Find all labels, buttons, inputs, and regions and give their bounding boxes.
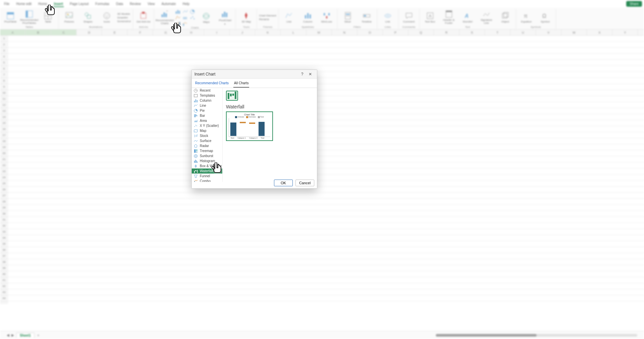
row-header-31[interactable]: 31 [0, 217, 8, 223]
pictures-button[interactable]: Pictures [61, 12, 78, 23]
row-header-15[interactable]: 15 [0, 120, 8, 126]
recommended-pivottables-button[interactable]: Recommended PivotTables [21, 10, 38, 25]
pivotchart-button[interactable]: PivotChart ▾ [217, 10, 233, 25]
chart-type-recent[interactable]: Recent [192, 88, 222, 93]
column-header-Z[interactable]: Z [638, 30, 644, 35]
row-header-44[interactable]: 44 [0, 295, 8, 301]
row-header-33[interactable]: 33 [0, 229, 8, 235]
column-header-R[interactable]: R [434, 30, 459, 35]
row-header-24[interactable]: 24 [0, 175, 8, 181]
shapes-button[interactable]: Shapes [80, 12, 96, 23]
dialog-title-bar[interactable]: Insert Chart ? ✕ [192, 70, 317, 79]
chart-type-sunburst[interactable]: Sunburst [192, 153, 222, 158]
row-header-14[interactable]: 14 [0, 114, 8, 120]
row-header-2[interactable]: 2 [0, 42, 8, 48]
column-header-B[interactable]: B [26, 30, 51, 35]
column-header-V[interactable]: V [536, 30, 561, 35]
tab-data[interactable]: Data [115, 1, 124, 7]
chart-type-x-y-scatter-[interactable]: X Y (Scatter) [192, 123, 222, 128]
row-header-6[interactable]: 6 [0, 66, 8, 72]
row-header-4[interactable]: 4 [0, 54, 8, 60]
row-header-10[interactable]: 10 [0, 90, 8, 96]
chart-subtype-waterfall[interactable] [226, 91, 238, 101]
row-header-21[interactable]: 21 [0, 156, 8, 162]
chart-type-column[interactable]: Column [192, 98, 222, 103]
row-header-38[interactable]: 38 [0, 259, 8, 265]
tab-home-edit[interactable]: Home edit [15, 1, 32, 7]
column-header-Y[interactable]: Y [612, 30, 638, 35]
chart-type-bar[interactable]: Bar [192, 113, 222, 118]
row-header-26[interactable]: 26 [0, 187, 8, 193]
sheet-nav-prev-icon[interactable]: ◀ [7, 333, 9, 337]
signature-line-button[interactable]: Signature Line [478, 10, 495, 25]
row-header-42[interactable]: 42 [0, 283, 8, 289]
column-header-Q[interactable]: Q [408, 30, 434, 35]
screenshot-button[interactable]: Screenshot [117, 20, 131, 23]
scrollbar-thumb[interactable] [436, 334, 537, 337]
pivottable-button[interactable]: PivotTable [2, 12, 19, 23]
row-header-41[interactable]: 41 [0, 277, 8, 283]
sparkline-winloss-button[interactable]: Win/Loss [318, 12, 335, 23]
row-header-39[interactable]: 39 [0, 265, 8, 271]
area-chart-dropdown[interactable] [182, 15, 188, 20]
row-header-16[interactable]: 16 [0, 126, 8, 132]
maps-button[interactable]: Maps [198, 12, 215, 24]
column-headers[interactable]: ABCDEFGHIJKLMNOPQRSTUVWXYZAAABACADAEAFAG… [0, 30, 644, 36]
row-header-3[interactable]: 3 [0, 48, 8, 54]
column-header-X[interactable]: X [587, 30, 612, 35]
link-button[interactable]: Link [379, 12, 396, 23]
row-header-27[interactable]: 27 [0, 193, 8, 199]
sparkline-column-button[interactable]: Column [300, 12, 316, 23]
column-header-I[interactable]: I [204, 30, 230, 35]
tab-review[interactable]: Review [129, 1, 142, 7]
row-header-30[interactable]: 30 [0, 211, 8, 217]
row-header-9[interactable]: 9 [0, 84, 8, 90]
row-header-8[interactable]: 8 [0, 78, 8, 84]
equation-button[interactable]: π Equation [518, 12, 535, 23]
column-chart-dropdown[interactable] [175, 9, 181, 14]
row-header-20[interactable]: 20 [0, 150, 8, 156]
row-headers[interactable]: 1234567891011121314151617181920212223242… [0, 36, 8, 304]
chart-preview-thumbnail[interactable]: Chart Title Increase Decrease Total Star… [226, 111, 273, 141]
row-header-25[interactable]: 25 [0, 181, 8, 187]
add-sheet-icon[interactable]: ＋ [37, 333, 40, 338]
spreadsheet-grid[interactable]: 1234567891011121314151617181920212223242… [0, 36, 644, 304]
tab-formulas[interactable]: Formulas [95, 1, 110, 7]
scatter-chart-dropdown[interactable] [190, 15, 196, 20]
column-header-A[interactable]: A [0, 30, 26, 35]
text-box-button[interactable]: A Text Box [422, 12, 439, 23]
dialog-help-button[interactable]: ? [298, 71, 306, 78]
column-header-L[interactable]: L [281, 30, 306, 35]
chart-type-line[interactable]: Line [192, 103, 222, 108]
ok-button[interactable]: OK [274, 180, 293, 186]
share-button[interactable]: Share [626, 1, 642, 7]
tab-page-layout[interactable]: Page Layout [69, 1, 89, 7]
tab-help[interactable]: Help [182, 1, 190, 7]
object-button[interactable]: Object [497, 12, 514, 23]
sheet-nav-next-icon[interactable]: ▶ [11, 333, 14, 337]
column-header-W[interactable]: W [561, 30, 587, 35]
slicer-button[interactable]: Slicer [339, 12, 356, 23]
column-header-K[interactable]: K [255, 30, 281, 35]
bar-chart-dropdown[interactable] [175, 15, 181, 20]
row-header-28[interactable]: 28 [0, 199, 8, 205]
chart-element-button[interactable]: Chart Element [259, 14, 276, 17]
chart-type-radar[interactable]: Radar [192, 143, 222, 148]
sparkline-line-button[interactable]: Line [281, 12, 297, 23]
3d-map-button[interactable]: 3D Map [238, 12, 255, 23]
chart-type-combo[interactable]: Combo [192, 179, 222, 182]
column-header-F[interactable]: F [128, 30, 153, 35]
column-header-J[interactable]: J [230, 30, 255, 35]
cancel-button[interactable]: Cancel [295, 180, 314, 186]
dialog-tab-all-charts[interactable]: All Charts [233, 80, 249, 88]
row-header-29[interactable]: 29 [0, 205, 8, 211]
symbol-button[interactable]: Ω Symbol [537, 12, 554, 23]
sheet-tab-1[interactable]: Sheet1 [16, 333, 35, 338]
line-chart-dropdown[interactable] [182, 9, 188, 14]
row-header-40[interactable]: 40 [0, 271, 8, 277]
column-header-E[interactable]: E [102, 30, 128, 35]
column-header-T[interactable]: T [485, 30, 510, 35]
chart-type-map[interactable]: Map [192, 128, 222, 133]
row-header-17[interactable]: 17 [0, 132, 8, 138]
row-header-19[interactable]: 19 [0, 144, 8, 150]
